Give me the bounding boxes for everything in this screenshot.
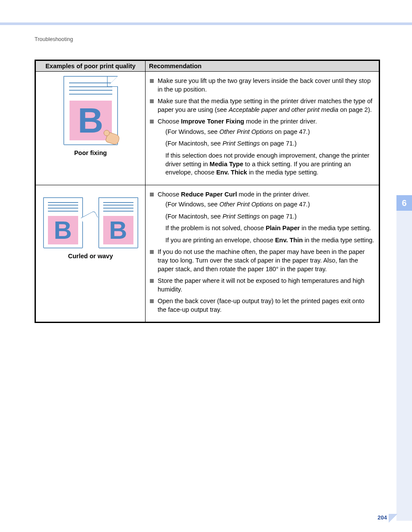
illustration-curled-a: B (43, 197, 83, 248)
rec-item: Make sure you lift up the two gray lever… (150, 77, 374, 94)
rec-item: Choose Reduce Paper Curl mode in the pri… (150, 190, 374, 245)
rec-poor-fixing: Make sure you lift up the two gray lever… (146, 72, 379, 185)
caption-curled: Curled or wavy (38, 253, 143, 260)
caption-poor-fixing: Poor fixing (38, 149, 143, 156)
rec-sub: (For Macintosh, see Print Settings on pa… (158, 212, 374, 221)
example-poor-fixing: B Poor fixing (36, 72, 146, 185)
rec-sub: If the problem is not solved, choose Pla… (158, 224, 374, 233)
rec-item: Make sure that the media type setting in… (150, 97, 374, 114)
rec-sub: If this selection does not provide enoug… (158, 152, 374, 177)
rec-curled: Choose Reduce Paper Curl mode in the pri… (146, 185, 379, 322)
rec-item: Open the back cover (face-up output tray… (150, 297, 374, 314)
th-recommendation: Recommendation (146, 61, 379, 72)
top-divider (0, 22, 412, 25)
table-row: B B Curled or wavy Choose Reduce Paper C… (36, 185, 379, 322)
chapter-tab-shadow (396, 211, 412, 521)
illustration-poor-fixing: B (63, 76, 118, 145)
illustration-curled-b: B (98, 197, 138, 248)
page-corner-icon (389, 514, 397, 522)
table-row: B Poor fixing Make sure you lift up the … (36, 72, 379, 185)
rec-sub: If you are printing an envelope, choose … (158, 236, 374, 245)
rec-item: Store the paper where it will not be exp… (150, 277, 374, 294)
page-number: 204 (377, 514, 387, 521)
breadcrumb: Troubleshooting (35, 36, 73, 42)
rec-sub: (For Windows, see Other Print Options on… (158, 128, 374, 136)
rec-sub: (For Macintosh, see Print Settings on pa… (158, 139, 374, 148)
rec-sub: (For Windows, see Other Print Options on… (158, 200, 374, 209)
rec-item: If you do not use the machine often, the… (150, 248, 374, 273)
troubleshooting-table: Examples of poor print quality Recommend… (35, 60, 380, 323)
curl-icon (81, 210, 98, 225)
finger-icon (101, 127, 120, 146)
chapter-tab: 6 (396, 195, 412, 211)
th-examples: Examples of poor print quality (36, 61, 146, 72)
example-curled: B B Curled or wavy (36, 185, 146, 322)
rec-item: Choose Improve Toner Fixing mode in the … (150, 117, 374, 177)
